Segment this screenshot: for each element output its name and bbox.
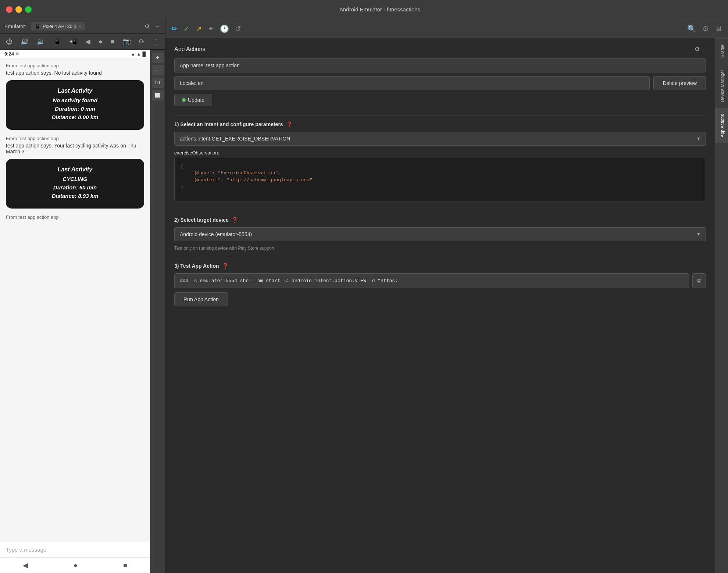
vertical-tabs: Gradle Device Manager App Actions — [715, 38, 728, 573]
step2-label: 2) Select target device ❓ — [174, 217, 706, 223]
activity-card-1: Last Activity No activity found Duration… — [6, 80, 144, 130]
window-title: Android Emulator - fitnessactions — [38, 6, 722, 13]
intent-select-wrapper[interactable]: actions.intent.GET_EXERCISE_OBSERVATION — [174, 132, 706, 146]
app-actions-panel: ✏ ✓ ↗ ✦ 🕐 ↺ 🔍 ⚙ 🖥 App Actions ⚙ − — [165, 19, 728, 573]
intent-select[interactable]: actions.intent.GET_EXERCISE_OBSERVATION — [174, 132, 706, 146]
phone-input-area[interactable]: Type a message — [0, 542, 150, 557]
pin-btn[interactable]: ✦ — [208, 24, 214, 33]
emulator-minimize-btn[interactable]: − — [154, 22, 160, 31]
title-bar: Android Emulator - fitnessactions — [0, 0, 728, 19]
step1-text: 1) Select an intent and configure parame… — [174, 121, 283, 127]
app-actions-content: App Actions ⚙ − Delete preview Update — [165, 38, 715, 573]
card1-line1: No activity found — [13, 97, 137, 103]
zoom-in-btn[interactable]: + — [152, 53, 164, 63]
command-row: ⧉ — [174, 273, 706, 288]
card2-title: Last Activity — [13, 166, 137, 173]
step2-help-icon[interactable]: ❓ — [232, 217, 238, 223]
device-manager-tab[interactable]: Device Manager — [715, 64, 728, 108]
app-actions-header: App Actions ⚙ − — [174, 46, 706, 53]
emulator-actions: ⚙ − — [143, 22, 160, 31]
maximize-button[interactable] — [25, 6, 32, 13]
device-tab-close[interactable]: × — [79, 24, 82, 29]
device-tab[interactable]: 📱 Pixel 4 API 30 2 × — [31, 22, 85, 31]
volume-down-btn[interactable]: 🔉 — [35, 37, 46, 46]
locale-field[interactable] — [174, 76, 650, 90]
update-btn-label: Update — [188, 97, 204, 103]
traffic-lights — [6, 6, 32, 13]
device-hint: Test only on running device with Play St… — [174, 246, 706, 251]
card2-line1: CYCLING — [13, 176, 137, 182]
step1-help-icon[interactable]: ❓ — [286, 121, 292, 127]
arrow-btn[interactable]: ↗ — [196, 24, 202, 33]
zoom-out-btn[interactable]: − — [152, 65, 164, 75]
home-btn-device[interactable]: ● — [97, 37, 104, 46]
status-time: 9:24 — [4, 51, 14, 57]
phone-content[interactable]: From test app action app test app action… — [0, 58, 150, 542]
clock-btn[interactable]: 🕐 — [220, 24, 229, 33]
device-name: Pixel 4 API 30 2 — [43, 24, 76, 29]
gradle-tab[interactable]: Gradle — [715, 38, 728, 64]
square-btn[interactable]: ■ — [109, 37, 116, 46]
settings-gear: ⚙ — [15, 51, 19, 56]
screenshot-btn[interactable]: ⟳ — [138, 37, 146, 46]
step3-label: 3) Test App Action ❓ — [174, 263, 706, 269]
camera-btn[interactable]: 📷 — [121, 37, 132, 46]
nav-back-btn[interactable]: ◀ — [23, 561, 28, 569]
power-btn[interactable]: ⏻ — [4, 37, 14, 46]
close-button[interactable] — [6, 6, 13, 13]
pencil-btn[interactable]: ✏ — [171, 24, 178, 33]
update-status-dot — [182, 98, 186, 102]
step3-text: 3) Test App Action — [174, 263, 219, 269]
header-settings-btn[interactable]: ⚙ — [695, 46, 700, 53]
step2-text: 2) Select target device — [174, 217, 229, 223]
check-btn[interactable]: ✓ — [183, 24, 190, 33]
rotate-btn[interactable]: 📱 — [51, 37, 63, 46]
command-input[interactable] — [174, 273, 689, 288]
code-editor[interactable]: { "@type": "ExerciseObservation", "@cont… — [174, 158, 706, 202]
volume-up-btn[interactable]: 🔊 — [19, 37, 30, 46]
device-select[interactable]: Android device (emulator-5554) — [174, 227, 706, 241]
back-btn[interactable]: ◀ — [84, 37, 92, 46]
device-icon: 📱 — [35, 24, 40, 29]
app-name-field[interactable] — [174, 58, 706, 72]
emulator-panel: Emulator: 📱 Pixel 4 API 30 2 × ⚙ − ⏻ 🔊 🔉… — [0, 19, 165, 573]
message-text-2: test app action says, Your last cycling … — [6, 143, 144, 154]
run-app-action-btn[interactable]: Run App Action — [174, 292, 228, 306]
phone-nav-bar: ◀ ● ■ — [0, 557, 150, 573]
settings-btn[interactable]: ⚙ — [702, 24, 709, 33]
step1-label: 1) Select an intent and configure parame… — [174, 121, 706, 127]
device-select-wrapper[interactable]: Android device (emulator-5554) — [174, 227, 706, 241]
divider-1 — [174, 115, 706, 115]
nav-recents-btn[interactable]: ■ — [123, 562, 127, 569]
update-btn[interactable]: Update — [174, 94, 212, 106]
emulator-side-controls: + − 1:1 ⬜ — [150, 50, 165, 573]
minimize-button[interactable] — [15, 6, 22, 13]
undo-btn[interactable]: ↺ — [235, 24, 241, 33]
phone-input-placeholder[interactable]: Type a message — [6, 547, 144, 553]
fit-btn[interactable]: ⬜ — [152, 90, 164, 100]
fold-btn[interactable]: 📲 — [68, 37, 79, 46]
code-line-1: "@type": "ExerciseObservation", — [181, 170, 700, 176]
monitor-btn[interactable]: 🖥 — [715, 24, 722, 33]
app-actions-tab[interactable]: App Actions — [715, 108, 728, 143]
wifi-icon: ▲ — [131, 51, 135, 57]
step3-help-icon[interactable]: ❓ — [222, 263, 228, 269]
nav-home-btn[interactable]: ● — [74, 562, 78, 569]
ratio-btn[interactable]: 1:1 — [152, 78, 164, 88]
card1-line3: Distance: 0.00 km — [13, 114, 137, 120]
emulator-toolbar: Emulator: 📱 Pixel 4 API 30 2 × ⚙ − — [0, 19, 165, 34]
search-btn[interactable]: 🔍 — [687, 24, 696, 33]
card1-line2: Duration: 0 min — [13, 106, 137, 112]
message-text-1: test app action says, No last activity f… — [6, 70, 144, 76]
more-btn[interactable]: ⋮ — [151, 37, 161, 46]
from-label-2: From test app action app — [6, 136, 144, 141]
section-title: App Actions — [174, 46, 206, 53]
card1-title: Last Activity — [13, 88, 137, 94]
battery-icon: █ — [142, 51, 146, 57]
signal-icon: ▲ — [137, 51, 141, 57]
delete-preview-btn[interactable]: Delete preview — [653, 76, 706, 90]
copy-command-btn[interactable]: ⧉ — [692, 273, 706, 288]
header-minimize-btn[interactable]: − — [703, 46, 706, 53]
emulator-label: Emulator: — [4, 24, 26, 29]
emulator-settings-btn[interactable]: ⚙ — [143, 22, 151, 31]
